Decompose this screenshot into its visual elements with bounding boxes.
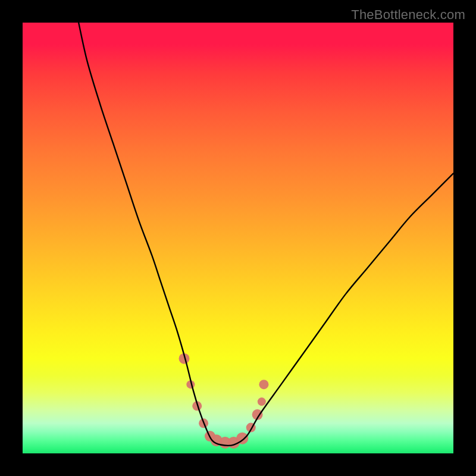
curve-marker <box>259 380 268 389</box>
watermark-text: TheBottleneck.com <box>351 7 465 23</box>
chart-overlay <box>23 23 453 453</box>
chart-frame: TheBottleneck.com <box>0 0 476 476</box>
curve-markers <box>179 353 269 449</box>
curve-marker <box>258 397 266 406</box>
plot-area <box>23 23 453 453</box>
